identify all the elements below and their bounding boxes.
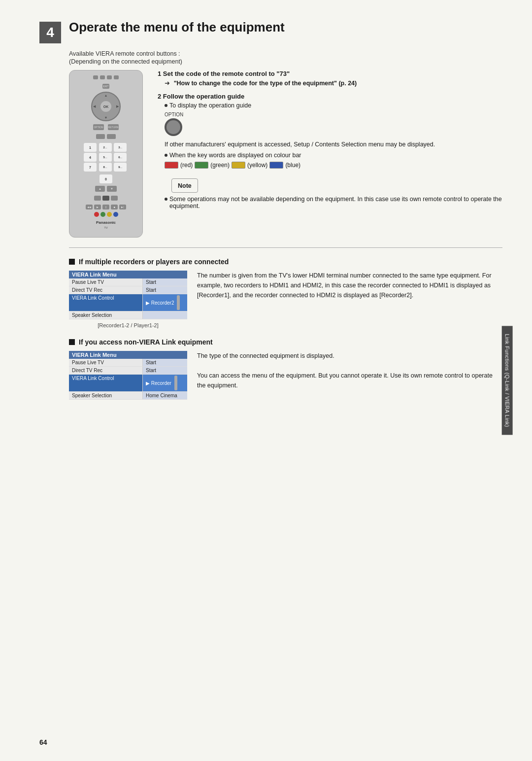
remote-media-1	[94, 196, 101, 201]
mini-scrollbar-2	[174, 376, 177, 390]
remote-zero-row: 0	[84, 174, 128, 183]
viera-menu-row-4: Speaker Selection	[69, 311, 187, 319]
subsection2-desc1: The type of the connected equipment is d…	[197, 352, 334, 359]
remote-btn-6: 6…	[114, 153, 127, 162]
color-bar-row: (red) (green) (yellow) (blue)	[165, 162, 502, 169]
step1-link: "How to change the code for the type of …	[174, 80, 357, 87]
section-title: Operate the menu of the equipment	[69, 20, 285, 35]
viera-row3-right: ▶ Recorder2	[143, 294, 187, 311]
note-text: Some operations may not be available dep…	[169, 196, 502, 209]
remote-media-row1	[94, 196, 118, 201]
subsection2-viera-menu: VIERA Link Menu Pause Live TV Start Dire…	[69, 351, 187, 400]
remote-arrow-down: ▼	[104, 116, 108, 119]
black-square-icon-2	[69, 339, 75, 345]
viera2-row2-left: Direct TV Rec	[69, 367, 143, 374]
yellow-swatch	[232, 162, 245, 169]
viera-row1-right: Start	[143, 278, 187, 286]
step2-bullet1: To display the operation guide	[165, 102, 502, 109]
viera-menu-row-1: Pause Live TV Start	[69, 278, 187, 286]
section-number: 4	[39, 22, 61, 43]
note-box: Note	[171, 178, 198, 193]
note-content: Some operations may not be available dep…	[165, 196, 502, 209]
option-btn-inner	[166, 120, 180, 134]
remote-brand-sub: TV	[104, 226, 108, 229]
remote-ffwd: ▶|	[119, 205, 126, 209]
remote-arrow-right: ▶	[116, 104, 119, 108]
remote-nav-ring: ▲ ▼ ◀ ▶ OK	[91, 92, 121, 121]
up-arrow-icon: ▲	[99, 187, 101, 190]
step2-header: 2 Follow the operation guide	[158, 93, 502, 100]
remote-option-row: OPTION RETURN	[93, 124, 119, 130]
remote-color-buttons	[94, 212, 118, 217]
viera-menu-row-3: VIERA Link Control ▶ Recorder2	[69, 294, 187, 311]
recorder2-label: ▶ Recorder2	[146, 300, 174, 306]
step2-title: Follow the operation guide	[163, 93, 244, 100]
subsection2-desc2: You can access the menu of the equipment…	[197, 372, 493, 389]
remote-container: EXIT ▲ ▼ ◀ ▶ OK OPTION RETURN	[69, 70, 148, 238]
remote-btn-3: 3…	[114, 143, 127, 152]
page: Link Functions (Q-Link / VIERA Link) 4 O…	[0, 0, 532, 761]
step1-number: 1	[158, 70, 161, 77]
remote-arrow-up: ▲	[104, 94, 108, 97]
remote-btn-1: 1	[84, 143, 97, 152]
remote-media-3	[111, 196, 118, 201]
viera-row4-right	[143, 311, 187, 319]
note-bullet: Some operations may not be available dep…	[165, 196, 502, 209]
side-tab: Link Functions (Q-Link / VIERA Link)	[501, 326, 512, 435]
viera2-row3-right: ▶ Recorder	[143, 375, 187, 391]
remote-btn-4: 4	[84, 153, 97, 162]
option-label: OPTION	[165, 112, 502, 117]
viera2-menu-row-1: Pause Live TV Start	[69, 359, 187, 367]
remote-option-btn: OPTION	[93, 124, 104, 130]
remote-image: EXIT ▲ ▼ ◀ ▶ OK OPTION RETURN	[69, 70, 143, 238]
subsection1-description: The number is given from the TV's lower …	[197, 271, 502, 328]
remote-transport: ◀◀ ▶ || ■ ▶|	[86, 205, 126, 209]
remote-nav-down: ▼	[107, 186, 117, 192]
subsection2-title: If you access non-VIERA Link equipment	[69, 338, 502, 346]
black-square-icon	[69, 259, 75, 265]
green-label: (green)	[210, 162, 230, 169]
viera-row1-left: Pause Live TV	[69, 278, 143, 286]
step1-arrow-icon: ➜	[165, 79, 170, 87]
remote-play: ▶	[94, 205, 101, 209]
subsection1-content: VIERA Link Menu Pause Live TV Start Dire…	[69, 271, 502, 328]
step2-number: 2	[158, 93, 161, 100]
yellow-label: (yellow)	[247, 162, 267, 169]
main-content: EXIT ▲ ▼ ◀ ▶ OK OPTION RETURN	[69, 70, 502, 238]
remote-pause: ||	[102, 205, 109, 209]
viera-menu-row-2: Direct TV Rec Start	[69, 286, 187, 294]
remote-btn-9: 9…	[114, 163, 127, 172]
viera-row2-right: Start	[143, 286, 187, 294]
viera2-menu-row-2: Direct TV Rec Start	[69, 367, 187, 375]
available-text-1: Available VIERA remote control buttons :	[69, 50, 502, 57]
mini-scrollbar-1	[177, 295, 180, 310]
section-divider	[69, 247, 502, 248]
remote-back-row	[96, 134, 116, 139]
viera2-row1-right: Start	[143, 359, 187, 366]
subsection1-title: If multiple recorders or players are con…	[69, 258, 502, 266]
remote-green-button	[100, 212, 105, 217]
blue-swatch	[269, 162, 283, 169]
subsection2-title-text: If you access non-VIERA Link equipment	[79, 338, 213, 346]
option-button[interactable]	[165, 118, 182, 136]
viera2-row1-left: Pause Live TV	[69, 359, 143, 366]
viera-menu-header-1: VIERA Link Menu	[69, 271, 187, 278]
remote-row: EXIT	[102, 84, 109, 89]
remote-nav-btns: ▲ ▼	[95, 186, 117, 192]
steps-content: 1 Set the code of the remote control to …	[158, 70, 502, 238]
viera2-row4-left: Speaker Selection	[69, 392, 143, 399]
remote-rewind: ◀◀	[86, 205, 93, 209]
viera2-menu-row-4: Speaker Selection Home Cinema	[69, 392, 187, 400]
step1-link-row: ➜ "How to change the code for the type o…	[165, 79, 502, 87]
step-1: 1 Set the code of the remote control to …	[158, 70, 502, 87]
red-label: (red)	[180, 162, 193, 169]
remote-btn-1	[93, 75, 98, 79]
page-number: 64	[39, 738, 47, 746]
viera-menu-header-2: VIERA Link Menu	[69, 351, 187, 359]
bullet-icon	[165, 104, 167, 107]
subsection1: If multiple recorders or players are con…	[69, 258, 502, 328]
step2-bullet2-text: When the key words are displayed on colo…	[169, 152, 301, 159]
viera-row4-left: Speaker Selection	[69, 311, 143, 319]
remote-red-button	[94, 212, 99, 217]
recorder-label: ▶ Recorder	[146, 380, 171, 386]
